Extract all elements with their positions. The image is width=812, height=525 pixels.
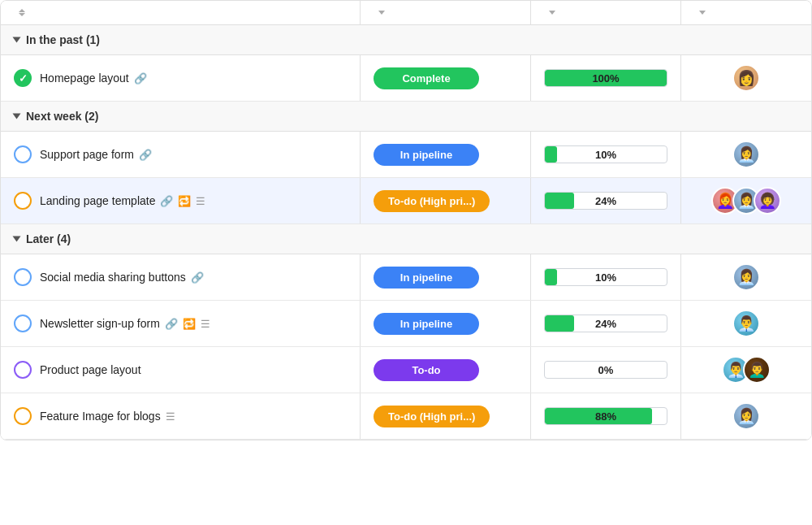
sort-down-icon — [19, 13, 25, 16]
task-row: Homepage layout 🔗 Complete 100% 👩 — [1, 55, 811, 102]
status-icon[interactable] — [14, 361, 32, 379]
task-name: Feature Image for blogs ☰ — [40, 410, 175, 423]
group-chevron-icon — [13, 114, 21, 119]
avatar-group: 👩‍💼 — [694, 263, 798, 291]
col-task-title[interactable] — [1, 1, 361, 24]
progress-bar: 24% — [544, 192, 667, 210]
avatar: 👩 — [732, 64, 760, 92]
stage-badge[interactable]: In pipeline — [374, 267, 479, 289]
stage-badge[interactable]: To-do (High pri...) — [374, 190, 490, 212]
progress-label: 100% — [545, 72, 667, 85]
stage-badge[interactable]: To-do (High pri...) — [374, 406, 490, 427]
avatar-group: 👨‍💼 — [694, 310, 798, 337]
chevron-down-icon — [378, 11, 385, 15]
status-icon[interactable] — [14, 315, 32, 332]
stage-badge[interactable]: In pipeline — [374, 313, 479, 335]
group-label: Later (4) — [26, 232, 71, 245]
task-name: Support page form 🔗 — [40, 148, 152, 161]
stage-cell: Complete — [361, 55, 531, 101]
stage-cell: To-do — [361, 347, 531, 393]
link-icon[interactable]: 🔗 — [165, 318, 178, 330]
avatar: 👩‍💼 — [732, 141, 760, 168]
stage-cell: In pipeline — [361, 301, 531, 346]
avatar-group: 👩 — [694, 64, 798, 92]
avatar: 👩‍💼 — [732, 263, 760, 291]
avatar-group: 👩‍💼 — [694, 402, 798, 430]
task-row: Landing page template 🔗🔁☰ To-do (High pr… — [1, 178, 811, 224]
list-icon[interactable]: ☰ — [166, 410, 175, 423]
avatar: 👨‍🦱 — [743, 356, 771, 384]
repeat-icon[interactable]: 🔁 — [178, 195, 191, 207]
avatar-group: 👩‍🦰👩‍💼👩‍🦱 — [694, 187, 798, 215]
col-assigned[interactable] — [681, 1, 811, 24]
group-header-later[interactable]: Later (4) — [1, 224, 811, 254]
progress-bar: 100% — [544, 69, 667, 87]
assigned-cell: 👩 — [681, 55, 811, 101]
col-stage[interactable] — [361, 1, 531, 24]
link-icon[interactable]: 🔗 — [134, 72, 147, 85]
progress-label: 24% — [545, 195, 667, 207]
status-icon[interactable] — [14, 407, 32, 425]
assigned-cell: 👩‍💼 — [681, 393, 811, 439]
group-label: In the past (1) — [26, 33, 100, 46]
task-name-cell: Social media sharing buttons 🔗 — [1, 254, 361, 300]
assigned-cell: 👨‍💼👨‍🦱 — [681, 347, 811, 393]
progress-bar: 88% — [544, 407, 667, 425]
task-row: Support page form 🔗 In pipeline 10% 👩‍💼 — [1, 132, 811, 178]
group-header-next-week[interactable]: Next week (2) — [1, 102, 811, 132]
sort-icon — [19, 9, 25, 16]
task-row: Newsletter sign-up form 🔗🔁☰ In pipeline … — [1, 301, 811, 347]
sort-up-icon — [19, 9, 25, 12]
task-name-cell: Feature Image for blogs ☰ — [1, 393, 361, 439]
stage-badge[interactable]: In pipeline — [374, 144, 479, 166]
stage-cell: To-do (High pri...) — [361, 178, 531, 223]
task-table: In the past (1) Homepage layout 🔗 Comple… — [0, 0, 812, 440]
assigned-cell: 👩‍💼 — [681, 254, 811, 300]
progress-label: 24% — [545, 318, 667, 330]
status-icon[interactable] — [14, 145, 32, 163]
status-icon[interactable] — [14, 69, 32, 87]
progress-cell: 24% — [531, 178, 681, 223]
progress-label: 88% — [545, 410, 667, 423]
avatar: 👨‍💼 — [732, 310, 760, 337]
table-body: In the past (1) Homepage layout 🔗 Comple… — [1, 25, 811, 440]
assigned-cell: 👩‍🦰👩‍💼👩‍🦱 — [681, 178, 811, 223]
progress-cell: 24% — [531, 301, 681, 346]
stage-badge[interactable]: Complete — [374, 67, 479, 89]
col-progress[interactable] — [531, 1, 681, 24]
stage-badge[interactable]: To-do — [374, 359, 479, 381]
task-name: Product page layout — [40, 363, 141, 376]
link-icon[interactable]: 🔗 — [139, 149, 152, 161]
status-icon[interactable] — [14, 268, 32, 286]
progress-cell: 10% — [531, 254, 681, 300]
progress-label: 10% — [545, 149, 667, 161]
avatar-group: 👨‍💼👨‍🦱 — [694, 356, 798, 384]
repeat-icon[interactable]: 🔁 — [183, 318, 196, 330]
group-chevron-icon — [13, 37, 21, 43]
chevron-down-icon — [699, 11, 706, 15]
task-name: Landing page template 🔗🔁☰ — [40, 194, 205, 207]
progress-bar: 24% — [544, 315, 667, 332]
link-icon[interactable]: 🔗 — [160, 195, 173, 207]
avatar-group: 👩‍💼 — [694, 141, 798, 168]
stage-cell: In pipeline — [361, 132, 531, 177]
avatar: 👩‍🦱 — [754, 187, 781, 215]
progress-bar: 10% — [544, 145, 667, 163]
link-icon[interactable]: 🔗 — [191, 271, 204, 284]
assigned-cell: 👩‍💼 — [681, 132, 811, 177]
group-label: Next week (2) — [26, 110, 98, 123]
group-chevron-icon — [13, 236, 21, 242]
progress-bar: 10% — [544, 268, 667, 286]
list-icon[interactable]: ☰ — [196, 195, 205, 207]
chevron-down-icon — [549, 11, 555, 15]
list-icon[interactable]: ☰ — [201, 318, 210, 330]
task-name: Homepage layout 🔗 — [40, 72, 147, 85]
task-row: Feature Image for blogs ☰ To-do (High pr… — [1, 393, 811, 440]
group-header-in-the-past[interactable]: In the past (1) — [1, 25, 811, 55]
table-header — [1, 1, 811, 25]
assigned-cell: 👨‍💼 — [681, 301, 811, 346]
task-row: Social media sharing buttons 🔗 In pipeli… — [1, 254, 811, 301]
status-icon[interactable] — [14, 192, 32, 210]
task-name: Social media sharing buttons 🔗 — [40, 271, 204, 284]
progress-cell: 0% — [531, 347, 681, 393]
